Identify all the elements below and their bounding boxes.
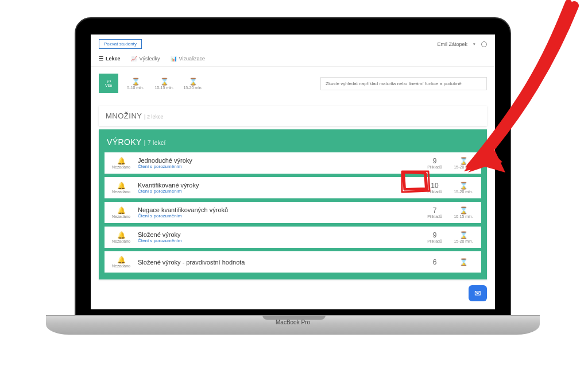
lesson-card[interactable]: 🔔 Nezadáno Negace kvantifikovaných výrok… [105,202,481,223]
laptop-label: MacBook Pro [276,319,310,325]
hourglass-icon: ⌛ [459,258,468,266]
laptop-frame: Pozvat studenty Emil Zátopek ▾ ☰ Lekce 📈… [75,17,511,316]
assign-label: Nezadáno [112,190,130,194]
caret-down-icon: ▾ [473,42,475,47]
bell-icon: 🔔 [117,256,126,264]
count-number: 10 [431,182,438,190]
hourglass-icon: ⌛ [459,157,468,165]
lesson-category-link[interactable]: Čtení s porozuměním [138,164,418,169]
filter-15-20[interactable]: ⌛ 15-20 min. [181,78,204,90]
section-title: MNOŽINY [106,112,142,120]
lesson-card[interactable]: 🔔 Nezadáno Kvantifikované výroky Čtení s… [105,177,481,198]
duration: ⌛ [451,258,475,266]
lesson-title-col: Složené výroky - pravdivostní hodnota [138,259,418,266]
examples-count: 10 Příkladů [424,182,446,194]
lesson-title: Negace kvantifikovaných výroků [138,206,418,213]
duration: ⌛ 15-20 min. [451,182,475,194]
lesson-title-col: Jednoduché výroky Čtení s porozuměním [138,157,418,169]
filter-5-10[interactable]: ⌛ 5-10 min. [124,78,147,90]
lesson-title: Kvantifikované výroky [138,182,418,189]
assign-status: 🔔 Nezadáno [110,231,132,243]
duration: ⌛ 15-20 min. [451,231,475,243]
duration-label: 15-20 min. [454,190,473,194]
count-label: Příkladů [427,239,442,243]
filter-label: 5-10 min. [127,86,144,90]
invite-students-button[interactable]: Pozvat studenty [99,39,142,49]
hourglass-icon: ⌛ [189,78,198,86]
count-number: 9 [433,231,437,239]
laptop-notch [262,315,326,320]
envelope-icon: ✉ [474,289,481,298]
search-input[interactable] [320,77,487,90]
section-vyroky-header[interactable]: VÝROKY | 7 lekcí [105,135,481,152]
duration-label: 10-15 min. [454,214,473,218]
app-screen: Pozvat studenty Emil Zátopek ▾ ☰ Lekce 📈… [91,34,495,309]
hourglass-icon: ⌛ [459,206,468,214]
chart-line-icon: 📈 [131,56,137,62]
globe-icon [481,41,487,47]
tab-label: Lekce [106,56,121,62]
duration-label: 15-20 min. [454,165,473,169]
bell-icon: 🔔 [117,231,126,239]
bell-icon: 🔔 [117,182,126,190]
section-vyroky: VÝROKY | 7 lekcí 🔔 Nezadáno Jednoduché v… [99,129,487,279]
bell-icon: 🔔 [117,157,126,165]
topbar: Pozvat studenty Emil Zátopek ▾ [91,34,495,53]
filter-all-button[interactable]: 🏷 Vše [99,74,118,93]
count-label: Příkladů [427,165,442,169]
assign-label: Nezadáno [112,165,130,169]
examples-count: 9 Příkladů [424,231,446,243]
count-number: 6 [433,258,437,266]
assign-label: Nezadáno [112,239,130,243]
lesson-title-col: Negace kvantifikovaných výroků Čtení s p… [138,206,418,218]
examples-count: 9 Příkladů [424,157,446,169]
lesson-card[interactable]: 🔔 Nezadáno Složené výroky - pravdivostní… [105,251,481,273]
tag-icon: 🏷 [107,79,111,83]
lesson-title: Složené výroky - pravdivostní hodnota [138,259,418,266]
lesson-category-link[interactable]: Čtení s porozuměním [138,213,418,218]
hourglass-icon: ⌛ [459,231,468,239]
bar-chart-icon: 📊 [171,56,177,62]
duration-label: 15-20 min. [454,239,473,243]
section-count: | 7 lekcí [144,140,166,146]
tab-vysledky[interactable]: 📈 Výsledky [131,56,160,62]
tab-label: Vizualizace [179,56,205,62]
count-number: 9 [433,157,437,165]
lesson-card[interactable]: 🔔 Nezadáno Jednoduché výroky Čtení s por… [105,152,481,174]
duration: ⌛ 15-20 min. [451,157,475,169]
hourglass-icon: ⌛ [459,182,468,190]
nav-tabs: ☰ Lekce 📈 Výsledky 📊 Vizualizace [91,53,495,67]
tab-label: Výsledky [140,56,160,62]
hourglass-icon: ⌛ [131,78,140,86]
tab-lekce[interactable]: ☰ Lekce [99,56,121,62]
examples-count: 6 [424,258,446,266]
assign-status: 🔔 Nezadáno [110,182,132,194]
list-icon: ☰ [99,56,103,62]
tab-vizualizace[interactable]: 📊 Vizualizace [171,56,205,62]
filter-row: 🏷 Vše ⌛ 5-10 min. ⌛ 10-15 min. ⌛ 15-20 m… [91,67,495,100]
lesson-category-link[interactable]: Čtení s porozuměním [138,238,418,243]
chat-button[interactable]: ✉ [469,285,487,301]
lesson-title-col: Kvantifikované výroky Čtení s porozumění… [138,182,418,194]
user-menu[interactable]: Emil Zátopek ▾ [437,41,487,47]
section-mnoziny-header[interactable]: MNOŽINY | 2 lekce [99,106,487,126]
assign-label: Nezadáno [112,214,130,218]
filter-label: 15-20 min. [183,86,202,90]
assign-status: 🔔 Nezadáno [110,206,132,218]
assign-label: Nezadáno [112,264,130,268]
section-count: | 2 lekce [144,114,163,120]
filter-all-label: Vše [105,83,112,87]
lesson-title: Složené výroky [138,231,418,238]
bell-icon: 🔔 [117,206,126,214]
count-label: Příkladů [427,190,442,194]
lesson-card[interactable]: 🔔 Nezadáno Složené výroky Čtení s porozu… [105,227,481,248]
filter-label: 10-15 min. [154,86,173,90]
assign-status: 🔔 Nezadáno [110,256,132,268]
section-title: VÝROKY [107,137,142,147]
filter-10-15[interactable]: ⌛ 10-15 min. [153,78,176,90]
lesson-title: Jednoduché výroky [138,157,418,164]
assign-status: 🔔 Nezadáno [110,157,132,169]
hourglass-icon: ⌛ [160,78,169,86]
count-number: 7 [433,206,437,214]
lesson-category-link[interactable]: Čtení s porozuměním [138,189,418,194]
